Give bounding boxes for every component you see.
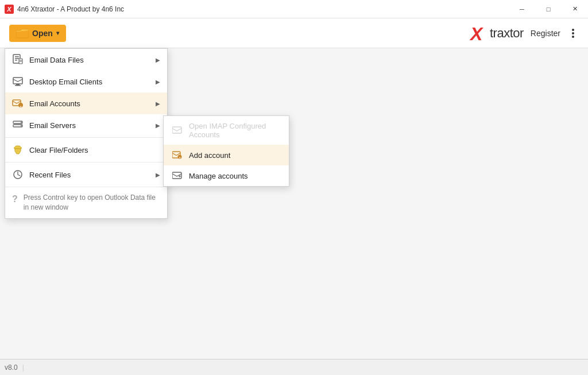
menu-divider-1 [5, 137, 167, 138]
app-title: 4n6 Xtraxtor - A Product by 4n6 Inc [17, 5, 124, 13]
open-button-label: Open [32, 29, 53, 38]
svg-text:+: + [20, 105, 22, 108]
open-dropdown-menu: Email Data Files ▶ Desktop Email Clients… [5, 48, 168, 219]
minimize-button[interactable]: ─ [509, 0, 535, 18]
status-divider: | [22, 364, 24, 372]
menu-item-email-data-files-label: Email Data Files [29, 56, 150, 64]
recent-files-icon [12, 169, 24, 180]
brand-name: traxtor [490, 26, 524, 41]
email-data-files-icon [12, 54, 24, 65]
toolbar: Open ▾ X traxtor Register [0, 18, 588, 48]
folder-icon [16, 28, 29, 38]
window-controls: ─ □ ✕ [509, 0, 588, 18]
svg-point-5 [572, 32, 574, 34]
version-label: v8.0 [5, 364, 18, 372]
svg-text:X: X [469, 24, 483, 44]
email-servers-icon [12, 119, 24, 131]
brand-logo: X traxtor [469, 23, 524, 44]
menu-item-desktop-email-clients[interactable]: Desktop Email Clients ▶ [5, 71, 167, 92]
svg-rect-12 [13, 78, 22, 84]
submenu-item-manage-accounts-label: Manage accounts [189, 172, 248, 180]
submenu-item-open-imap: Open IMAP Configured Accounts [164, 116, 289, 145]
submenu-item-add-account-label: Add account [189, 151, 230, 160]
open-imap-icon [172, 126, 183, 135]
menu-item-email-accounts-label: Email Accounts [29, 99, 150, 108]
hint-text: Press Control key to open Outlook Data f… [24, 193, 160, 212]
svg-rect-8 [15, 56, 19, 57]
toolbar-left: Open ▾ [9, 25, 66, 42]
maximize-button[interactable]: □ [535, 0, 562, 18]
svg-point-21 [21, 125, 22, 126]
svg-rect-2 [16, 30, 29, 38]
brand-x-icon: X [469, 23, 490, 44]
svg-rect-9 [15, 58, 19, 59]
submenu-item-manage-accounts[interactable]: Manage accounts [164, 165, 289, 186]
open-button[interactable]: Open ▾ [9, 25, 66, 42]
register-button[interactable]: Register [531, 29, 560, 38]
desktop-email-clients-icon [12, 76, 24, 87]
menu-divider-2 [5, 162, 167, 163]
close-button[interactable]: ✕ [562, 0, 588, 18]
manage-accounts-icon [172, 171, 183, 180]
status-bar: v8.0 | [0, 359, 588, 375]
svg-rect-23 [172, 127, 181, 133]
menu-item-email-servers[interactable]: Email Servers ▶ [5, 114, 167, 136]
svg-rect-13 [16, 84, 20, 85]
chevron-right-icon-3: ▶ [156, 100, 160, 107]
menu-item-clear-file-folders-label: Clear File/Folders [29, 146, 160, 154]
chevron-right-icon-5: ▶ [156, 172, 160, 178]
menu-divider-3 [5, 187, 167, 187]
email-accounts-submenu: Open IMAP Configured Accounts + Add acco… [163, 115, 289, 187]
submenu-item-add-account[interactable]: + Add account [164, 145, 289, 165]
chevron-right-icon-4: ▶ [156, 122, 160, 129]
more-options-icon [567, 28, 579, 39]
menu-item-email-data-files[interactable]: Email Data Files ▶ [5, 49, 167, 71]
chevron-right-icon-2: ▶ [156, 79, 160, 85]
svg-rect-14 [15, 85, 21, 86]
menu-item-clear-file-folders[interactable]: Clear File/Folders [5, 139, 167, 161]
more-options-button[interactable] [567, 28, 579, 39]
open-chevron-icon: ▾ [56, 30, 59, 36]
clear-file-folders-icon [12, 144, 24, 156]
main-content: Email Data Files ▶ Desktop Email Clients… [0, 48, 588, 359]
menu-item-desktop-email-clients-label: Desktop Email Clients [29, 78, 150, 86]
svg-text:X: X [6, 6, 11, 13]
svg-point-6 [572, 36, 574, 38]
title-bar-left: X 4n6 Xtraxtor - A Product by 4n6 Inc [5, 5, 124, 14]
menu-item-email-servers-label: Email Servers [29, 121, 150, 130]
svg-text:+: + [179, 156, 180, 159]
chevron-right-icon: ▶ [156, 57, 160, 63]
menu-item-recent-files[interactable]: Recent Files ▶ [5, 164, 167, 185]
title-bar: X 4n6 Xtraxtor - A Product by 4n6 Inc ─ … [0, 0, 588, 18]
submenu-item-open-imap-label: Open IMAP Configured Accounts [189, 122, 281, 139]
hint-item: ? Press Control key to open Outlook Data… [5, 188, 167, 218]
email-accounts-icon: + [12, 98, 24, 109]
menu-item-recent-files-label: Recent Files [29, 171, 150, 179]
toolbar-right: X traxtor Register [469, 23, 579, 44]
app-icon: X [5, 5, 14, 14]
menu-item-email-accounts[interactable]: + Email Accounts ▶ [5, 92, 167, 114]
svg-point-4 [572, 29, 574, 31]
svg-rect-27 [172, 172, 181, 179]
add-account-icon: + [172, 150, 183, 160]
svg-point-20 [21, 122, 22, 123]
svg-rect-10 [15, 60, 17, 61]
hint-icon: ? [12, 194, 18, 204]
